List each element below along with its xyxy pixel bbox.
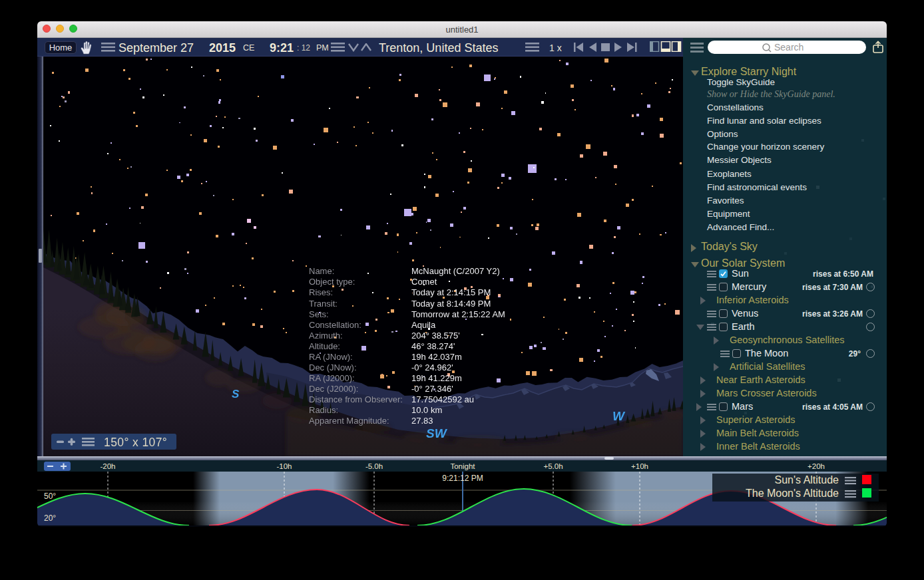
svg-text:Search: Search <box>774 42 804 53</box>
svg-text:SW: SW <box>426 426 448 440</box>
svg-text:9:21:12 PM: 9:21:12 PM <box>442 474 483 483</box>
svg-text:50°: 50° <box>44 492 56 501</box>
svg-text:S: S <box>232 388 240 400</box>
svg-text:20°: 20° <box>44 513 56 523</box>
svg-text:W: W <box>612 409 626 423</box>
